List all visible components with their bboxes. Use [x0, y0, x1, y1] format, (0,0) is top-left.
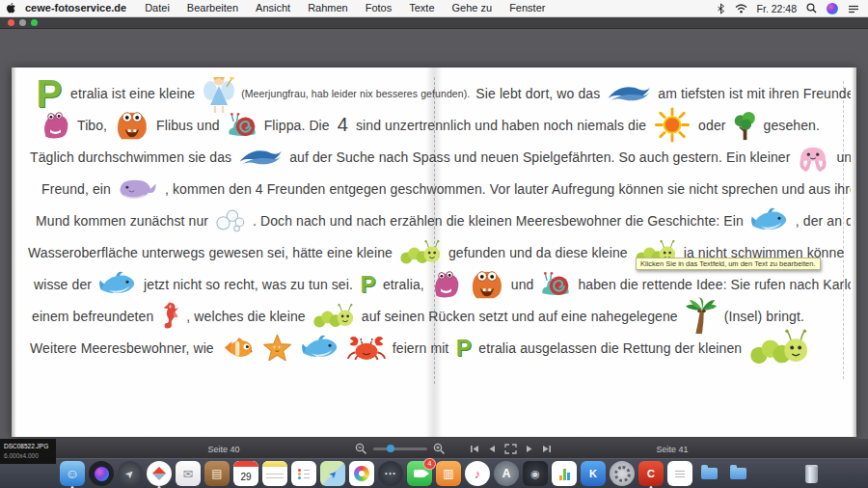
dolphin-icon[interactable]	[98, 270, 137, 299]
zoom-slider-knob[interactable]	[387, 445, 394, 452]
dock-numbers[interactable]	[552, 461, 577, 486]
story-line[interactable]: Tibo,Flibus undFlippa. Die4sind unzertre…	[25, 109, 851, 141]
letter-p-small-icon[interactable]: P	[360, 273, 376, 295]
dock-facetime[interactable]: 4	[407, 461, 432, 486]
dock-folder-downloads[interactable]	[696, 461, 721, 486]
crab-icon[interactable]	[347, 335, 386, 361]
zoom-in-button[interactable]	[433, 443, 446, 455]
menu-clock[interactable]: Fr. 22:48	[757, 3, 797, 14]
story-text: . Doch nach und nach erzählen die kleine…	[253, 213, 744, 229]
dock-keynote[interactable]: K	[581, 461, 606, 486]
dock-safari[interactable]	[147, 461, 172, 486]
apple-menu[interactable]	[0, 2, 21, 14]
menu-fenster[interactable]: Fenster	[501, 0, 554, 16]
dock-notes[interactable]	[262, 461, 287, 486]
caterpillar-icon[interactable]	[399, 240, 442, 265]
wave-icon[interactable]	[238, 147, 283, 167]
menu-texte[interactable]: Texte	[400, 0, 443, 16]
caterpillar-icon[interactable]	[312, 304, 355, 329]
whale-icon[interactable]	[118, 176, 158, 202]
monster-pink-icon[interactable]	[41, 110, 70, 141]
fish-icon[interactable]	[221, 335, 254, 361]
snail-icon[interactable]	[227, 111, 258, 139]
previous-page-button[interactable]	[488, 445, 496, 453]
dock-itunes[interactable]: ♪	[465, 461, 490, 486]
story[interactable]: Petralia ist eine kleine(Meerjungfrau, h…	[25, 77, 851, 364]
dock-folder-documents[interactable]	[725, 461, 750, 486]
dolphin-icon[interactable]	[301, 334, 339, 363]
story-line[interactable]: Mund kommen zunächst nur. Doch nach und …	[25, 204, 851, 236]
story-text: , welches die kleine	[186, 309, 305, 324]
calendar-icon: 29	[233, 461, 258, 486]
next-page-button[interactable]	[526, 445, 533, 453]
dolphin-icon[interactable]	[750, 206, 789, 235]
wifi-icon[interactable]	[735, 4, 747, 14]
caterpillar-large-icon[interactable]	[748, 330, 810, 364]
monster-orange-icon[interactable]	[469, 268, 504, 301]
minimize-button[interactable]	[19, 19, 26, 26]
fairy-icon[interactable]	[202, 77, 234, 115]
dock-books[interactable]: ▥	[436, 461, 461, 486]
menu-bearbeiten[interactable]: Bearbeiten	[178, 0, 247, 16]
notification-center-icon[interactable]	[848, 4, 859, 14]
zoom-out-button[interactable]	[355, 443, 367, 455]
fit-view-button[interactable]	[504, 444, 517, 454]
palm-tree-icon[interactable]	[685, 298, 718, 335]
first-page-button[interactable]	[470, 445, 479, 453]
dock-launchpad[interactable]: ➤	[118, 461, 143, 486]
story-line[interactable]: Täglich durchschwimmen sie dasauf der Su…	[25, 141, 851, 173]
octopus-icon[interactable]	[797, 144, 829, 171]
siri-icon[interactable]	[827, 3, 838, 14]
seahorse-icon[interactable]	[160, 300, 179, 332]
tree-icon[interactable]	[733, 110, 757, 141]
letter-p-large-icon[interactable]: P	[35, 77, 64, 112]
photo-booth-icon: ◉	[523, 461, 548, 486]
dock-system-preferences[interactable]	[610, 461, 635, 486]
wave-icon[interactable]	[607, 83, 651, 103]
story-line[interactable]: wisse derjetzt nicht so recht, was zu tu…	[25, 268, 851, 300]
dock-messages[interactable]: ···	[378, 461, 403, 486]
spotlight-icon[interactable]	[806, 3, 817, 14]
bubbles-icon[interactable]	[215, 208, 246, 232]
story-text: Wasseroberfläche unterwegs gewesen sei, …	[28, 245, 393, 260]
sun-icon[interactable]	[653, 108, 692, 142]
story-line[interactable]: einem befreundeten, welches die kleineau…	[25, 300, 851, 332]
dock-app-store[interactable]: A	[494, 461, 519, 486]
story-text: sind unzertrennlich und haben noch niema…	[356, 118, 646, 133]
dock-textedit[interactable]	[667, 461, 692, 486]
dock-siri[interactable]	[89, 461, 114, 486]
story-text: , kommen den 4 Freunden entgegen geschwo…	[165, 181, 851, 197]
monster-orange-icon[interactable]	[114, 109, 149, 142]
dock-photo-booth[interactable]: ◉	[523, 461, 548, 486]
close-button[interactable]	[8, 19, 14, 26]
menu-gehe-zu[interactable]: Gehe zu	[444, 0, 502, 16]
photobook-spread[interactable]: Petralia ist eine kleine(Meerjungfrau, h…	[12, 68, 856, 437]
monster-pink-icon[interactable]	[431, 269, 461, 300]
menu-datei[interactable]: Datei	[136, 0, 178, 16]
dock-reminders[interactable]	[291, 461, 316, 486]
dock-calendar[interactable]: 29	[233, 461, 258, 486]
menu-fotos[interactable]: Fotos	[357, 0, 401, 16]
zoom-window-button[interactable]	[31, 19, 38, 26]
dock-trash[interactable]	[799, 461, 824, 486]
story-line[interactable]: Petralia ist eine kleine(Meerjungfrau, h…	[25, 77, 851, 109]
bottom-toolbar: Seite 40 Seite 41	[0, 439, 868, 458]
bluetooth-icon[interactable]	[717, 3, 725, 14]
dock-photos[interactable]	[349, 461, 374, 486]
dock-contacts[interactable]: ▤	[204, 461, 230, 486]
starfish-icon[interactable]	[261, 333, 293, 363]
menu-rahmen[interactable]: Rahmen	[299, 0, 357, 16]
dock-cewe-fotowelt[interactable]: C	[638, 461, 664, 486]
menu-app-name[interactable]: cewe-fotoservice.de	[21, 0, 136, 16]
books-icon: ▥	[436, 461, 461, 486]
dock-finder[interactable]: ☺	[60, 461, 85, 486]
letter-p-small-icon[interactable]: P	[455, 337, 472, 359]
last-page-button[interactable]	[542, 445, 552, 453]
snail-icon[interactable]	[540, 270, 571, 298]
story-line[interactable]: Freund, ein, kommen den 4 Freunden entge…	[25, 173, 851, 204]
story-line[interactable]: Weitere Meeresbewohner, wiefeiern mitPet…	[25, 332, 851, 364]
zoom-slider[interactable]	[373, 447, 427, 450]
menu-ansicht[interactable]: Ansicht	[247, 0, 299, 16]
dock-maps[interactable]: ➤	[320, 461, 345, 486]
dock-mail[interactable]: ✉	[176, 461, 201, 486]
